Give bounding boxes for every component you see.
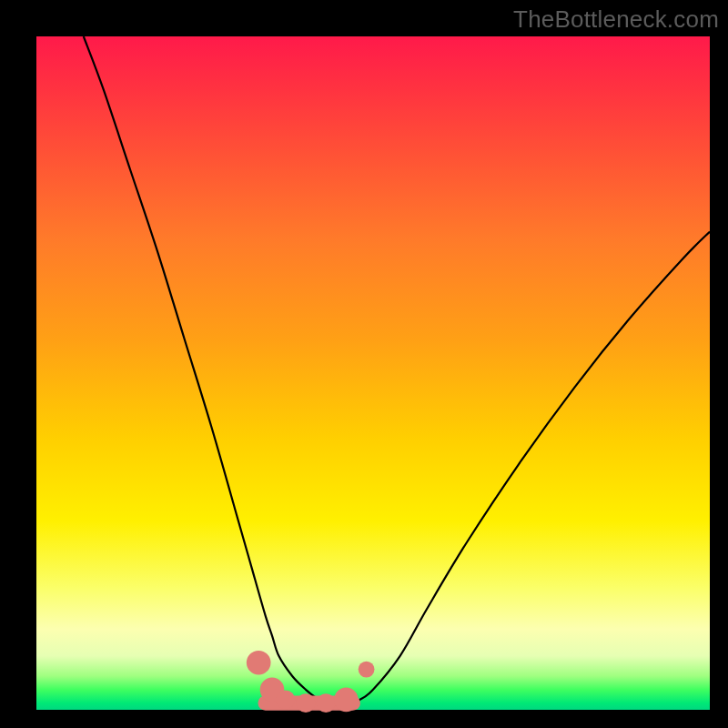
marker-trough-mid-2 — [297, 693, 316, 713]
marker-trough-mid-3 — [317, 693, 336, 713]
marker-trough-left-end — [247, 651, 271, 675]
bottleneck-curve-right — [333, 232, 710, 703]
curve-layer — [36, 36, 710, 710]
marker-right-point — [359, 662, 375, 678]
marker-trough-end — [334, 688, 359, 713]
outer-frame: TheBottleneck.com — [0, 0, 728, 728]
marker-trough-mid-1 — [276, 691, 295, 710]
watermark-text: TheBottleneck.com — [513, 5, 719, 34]
bottleneck-curve-left — [84, 36, 333, 703]
plot-area — [36, 36, 710, 710]
